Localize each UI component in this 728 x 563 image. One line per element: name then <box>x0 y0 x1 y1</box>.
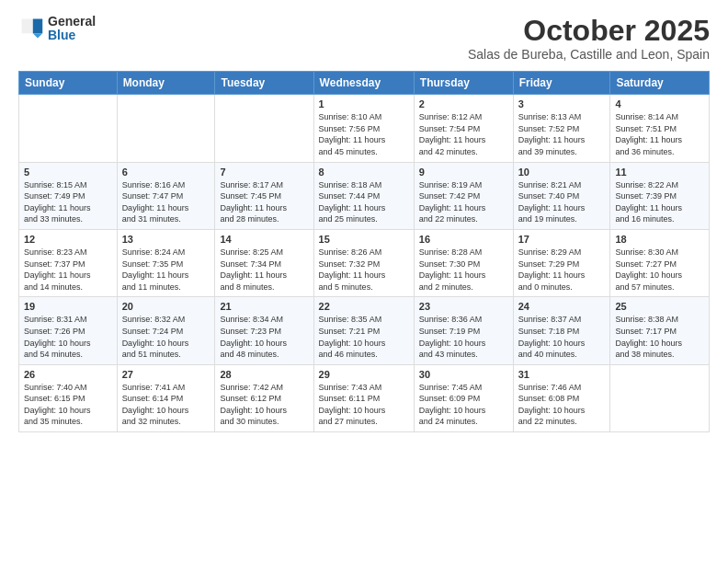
calendar-cell: 10Sunrise: 8:21 AM Sunset: 7:40 PM Dayli… <box>513 162 610 229</box>
day-number: 9 <box>419 167 508 178</box>
calendar-cell: 3Sunrise: 8:13 AM Sunset: 7:52 PM Daylig… <box>513 95 610 162</box>
day-of-week-header: Friday <box>513 72 610 95</box>
calendar-week-row: 5Sunrise: 8:15 AM Sunset: 7:49 PM Daylig… <box>19 162 710 229</box>
day-info: Sunrise: 8:23 AM Sunset: 7:37 PM Dayligh… <box>24 247 112 293</box>
day-info: Sunrise: 8:31 AM Sunset: 7:26 PM Dayligh… <box>24 314 112 360</box>
day-info: Sunrise: 8:12 AM Sunset: 7:54 PM Dayligh… <box>419 111 508 157</box>
day-of-week-header: Sunday <box>19 72 118 95</box>
day-number: 5 <box>24 167 112 178</box>
logo-text: General Blue <box>48 15 96 43</box>
day-number: 28 <box>220 369 308 380</box>
calendar-cell: 29Sunrise: 7:43 AM Sunset: 6:11 PM Dayli… <box>313 364 414 431</box>
day-number: 14 <box>220 234 308 245</box>
calendar-cell <box>610 364 710 431</box>
calendar-cell: 11Sunrise: 8:22 AM Sunset: 7:39 PM Dayli… <box>610 162 710 229</box>
calendar-cell: 12Sunrise: 8:23 AM Sunset: 7:37 PM Dayli… <box>19 229 118 296</box>
day-number: 11 <box>615 167 704 178</box>
calendar-cell <box>117 95 215 162</box>
day-number: 19 <box>24 301 112 312</box>
day-info: Sunrise: 8:29 AM Sunset: 7:29 PM Dayligh… <box>518 247 606 293</box>
day-info: Sunrise: 7:43 AM Sunset: 6:11 PM Dayligh… <box>319 382 409 428</box>
day-of-week-header: Tuesday <box>215 72 313 95</box>
title-block: October 2025 Salas de Bureba, Castille a… <box>468 15 710 62</box>
day-info: Sunrise: 8:32 AM Sunset: 7:24 PM Dayligh… <box>122 314 210 360</box>
svg-marker-1 <box>33 34 43 39</box>
calendar-cell: 8Sunrise: 8:18 AM Sunset: 7:44 PM Daylig… <box>313 162 414 229</box>
calendar-cell: 9Sunrise: 8:19 AM Sunset: 7:42 PM Daylig… <box>414 162 513 229</box>
calendar-cell: 13Sunrise: 8:24 AM Sunset: 7:35 PM Dayli… <box>117 229 215 296</box>
day-info: Sunrise: 8:10 AM Sunset: 7:56 PM Dayligh… <box>319 111 409 157</box>
day-number: 2 <box>419 98 508 109</box>
header: General Blue October 2025 Salas de Bureb… <box>18 15 710 62</box>
day-info: Sunrise: 8:24 AM Sunset: 7:35 PM Dayligh… <box>122 247 210 293</box>
calendar-week-row: 26Sunrise: 7:40 AM Sunset: 6:15 PM Dayli… <box>19 364 710 431</box>
day-number: 20 <box>122 301 210 312</box>
day-number: 27 <box>122 369 210 380</box>
day-number: 12 <box>24 234 112 245</box>
day-info: Sunrise: 7:45 AM Sunset: 6:09 PM Dayligh… <box>419 382 508 428</box>
calendar-cell: 2Sunrise: 8:12 AM Sunset: 7:54 PM Daylig… <box>414 95 513 162</box>
calendar-cell: 21Sunrise: 8:34 AM Sunset: 7:23 PM Dayli… <box>215 297 313 364</box>
day-number: 29 <box>319 369 409 380</box>
calendar: SundayMondayTuesdayWednesdayThursdayFrid… <box>18 71 710 432</box>
day-number: 4 <box>615 98 704 109</box>
calendar-cell: 19Sunrise: 8:31 AM Sunset: 7:26 PM Dayli… <box>19 297 118 364</box>
day-info: Sunrise: 8:35 AM Sunset: 7:21 PM Dayligh… <box>319 314 409 360</box>
day-number: 26 <box>24 369 112 380</box>
calendar-cell: 31Sunrise: 7:46 AM Sunset: 6:08 PM Dayli… <box>513 364 610 431</box>
day-number: 23 <box>419 301 508 312</box>
location-subtitle: Salas de Bureba, Castille and Leon, Spai… <box>468 47 710 62</box>
day-of-week-header: Wednesday <box>313 72 414 95</box>
calendar-cell: 30Sunrise: 7:45 AM Sunset: 6:09 PM Dayli… <box>414 364 513 431</box>
calendar-cell: 24Sunrise: 8:37 AM Sunset: 7:18 PM Dayli… <box>513 297 610 364</box>
day-number: 18 <box>615 234 704 245</box>
calendar-cell: 27Sunrise: 7:41 AM Sunset: 6:14 PM Dayli… <box>117 364 215 431</box>
day-number: 7 <box>220 167 308 178</box>
calendar-cell: 15Sunrise: 8:26 AM Sunset: 7:32 PM Dayli… <box>313 229 414 296</box>
calendar-cell <box>19 95 118 162</box>
day-info: Sunrise: 8:16 AM Sunset: 7:47 PM Dayligh… <box>122 179 210 225</box>
day-info: Sunrise: 8:19 AM Sunset: 7:42 PM Dayligh… <box>419 179 508 225</box>
day-number: 21 <box>220 301 308 312</box>
day-info: Sunrise: 7:42 AM Sunset: 6:12 PM Dayligh… <box>220 382 308 428</box>
day-info: Sunrise: 8:36 AM Sunset: 7:19 PM Dayligh… <box>419 314 508 360</box>
calendar-cell: 28Sunrise: 7:42 AM Sunset: 6:12 PM Dayli… <box>215 364 313 431</box>
day-info: Sunrise: 7:46 AM Sunset: 6:08 PM Dayligh… <box>518 382 606 428</box>
day-info: Sunrise: 7:40 AM Sunset: 6:15 PM Dayligh… <box>24 382 112 428</box>
calendar-week-row: 19Sunrise: 8:31 AM Sunset: 7:26 PM Dayli… <box>19 297 710 364</box>
calendar-cell: 23Sunrise: 8:36 AM Sunset: 7:19 PM Dayli… <box>414 297 513 364</box>
day-info: Sunrise: 8:38 AM Sunset: 7:17 PM Dayligh… <box>615 314 704 360</box>
calendar-cell: 5Sunrise: 8:15 AM Sunset: 7:49 PM Daylig… <box>19 162 118 229</box>
calendar-week-row: 1Sunrise: 8:10 AM Sunset: 7:56 PM Daylig… <box>19 95 710 162</box>
day-info: Sunrise: 8:15 AM Sunset: 7:49 PM Dayligh… <box>24 179 112 225</box>
calendar-cell: 26Sunrise: 7:40 AM Sunset: 6:15 PM Dayli… <box>19 364 118 431</box>
calendar-cell: 22Sunrise: 8:35 AM Sunset: 7:21 PM Dayli… <box>313 297 414 364</box>
day-number: 15 <box>319 234 409 245</box>
day-number: 10 <box>518 167 606 178</box>
day-of-week-header: Saturday <box>610 72 710 95</box>
day-number: 3 <box>518 98 606 109</box>
calendar-cell: 6Sunrise: 8:16 AM Sunset: 7:47 PM Daylig… <box>117 162 215 229</box>
day-number: 13 <box>122 234 210 245</box>
calendar-cell: 20Sunrise: 8:32 AM Sunset: 7:24 PM Dayli… <box>117 297 215 364</box>
svg-rect-2 <box>22 19 33 34</box>
day-info: Sunrise: 8:37 AM Sunset: 7:18 PM Dayligh… <box>518 314 606 360</box>
day-number: 30 <box>419 369 508 380</box>
day-info: Sunrise: 8:22 AM Sunset: 7:39 PM Dayligh… <box>615 179 704 225</box>
calendar-cell: 14Sunrise: 8:25 AM Sunset: 7:34 PM Dayli… <box>215 229 313 296</box>
calendar-cell: 18Sunrise: 8:30 AM Sunset: 7:27 PM Dayli… <box>610 229 710 296</box>
day-info: Sunrise: 8:14 AM Sunset: 7:51 PM Dayligh… <box>615 111 704 157</box>
day-info: Sunrise: 8:34 AM Sunset: 7:23 PM Dayligh… <box>220 314 308 360</box>
day-of-week-header: Thursday <box>414 72 513 95</box>
calendar-cell <box>215 95 313 162</box>
day-of-week-header: Monday <box>117 72 215 95</box>
day-info: Sunrise: 8:18 AM Sunset: 7:44 PM Dayligh… <box>319 179 409 225</box>
day-number: 17 <box>518 234 606 245</box>
day-number: 1 <box>319 98 409 109</box>
calendar-cell: 1Sunrise: 8:10 AM Sunset: 7:56 PM Daylig… <box>313 95 414 162</box>
svg-marker-0 <box>33 19 43 34</box>
day-number: 25 <box>615 301 704 312</box>
page: General Blue October 2025 Salas de Bureb… <box>0 0 728 563</box>
month-title: October 2025 <box>468 15 710 47</box>
calendar-header-row: SundayMondayTuesdayWednesdayThursdayFrid… <box>19 72 710 95</box>
